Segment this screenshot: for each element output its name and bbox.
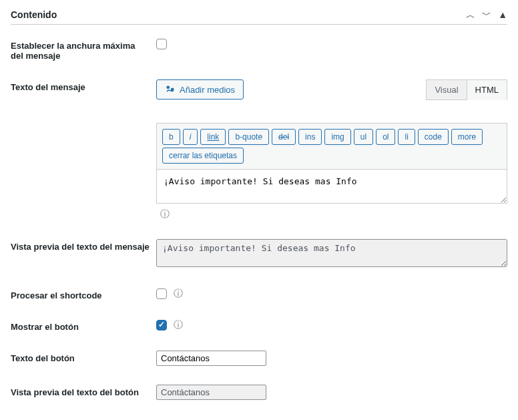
qt-more[interactable]: more: [451, 129, 483, 145]
qt-bold[interactable]: b: [162, 129, 180, 145]
field-message-preview: [156, 239, 507, 269]
chevron-up-icon[interactable]: ︿: [466, 10, 475, 19]
qt-li[interactable]: li: [398, 129, 415, 145]
button-preview-input: [156, 385, 266, 400]
qt-italic[interactable]: i: [183, 129, 198, 145]
label-max-width: Establecer la anchura máxima del mensaje: [11, 38, 156, 61]
panel-header: Contenido ︿ ﹀ ▲: [11, 5, 507, 25]
button-text-input[interactable]: [156, 351, 266, 366]
field-max-width: [156, 38, 507, 49]
qt-ins[interactable]: ins: [298, 129, 322, 145]
row-process-shortcode: Procesar el shortcode ⓘ: [11, 288, 507, 300]
field-button-text: [156, 351, 507, 366]
field-message-text: Añadir medios Visual HTML b i link b-quo…: [156, 79, 507, 220]
message-preview-textarea: [156, 239, 507, 267]
qt-close-tags[interactable]: cerrar las etiquetas: [162, 148, 244, 164]
message-textarea[interactable]: [156, 170, 507, 204]
help-icon[interactable]: ⓘ: [160, 208, 170, 220]
panel-title: Contenido: [11, 9, 57, 20]
help-icon[interactable]: ⓘ: [174, 319, 183, 331]
label-process-shortcode: Procesar el shortcode: [11, 288, 156, 300]
collapse-icon[interactable]: ▲: [498, 10, 507, 19]
media-icon: [165, 84, 176, 95]
checkbox-show-button[interactable]: [156, 320, 167, 331]
add-media-button[interactable]: Añadir medios: [156, 79, 244, 99]
row-message-preview: Vista previa del texto del mensaje: [11, 239, 507, 269]
label-show-button: Mostrar el botón: [11, 319, 156, 332]
qt-ol[interactable]: ol: [376, 129, 395, 145]
field-process-shortcode: ⓘ: [156, 288, 507, 300]
qt-link[interactable]: link: [200, 129, 226, 145]
row-button-text: Texto del botón: [11, 351, 507, 366]
svg-point-0: [166, 85, 170, 89]
row-show-button: Mostrar el botón ⓘ: [11, 319, 507, 332]
add-media-label: Añadir medios: [180, 85, 235, 95]
tab-html[interactable]: HTML: [467, 79, 507, 100]
qt-code[interactable]: code: [418, 129, 449, 145]
row-max-width: Establecer la anchura máxima del mensaje: [11, 38, 507, 61]
checkbox-process-shortcode[interactable]: [156, 288, 167, 299]
quicktags-toolbar: b i link b-quote del ins img ul ol li co…: [156, 123, 507, 170]
label-message-text: Texto del mensaje: [11, 79, 156, 92]
field-button-preview: [156, 385, 507, 400]
tab-visual[interactable]: Visual: [426, 79, 467, 100]
label-message-preview: Vista previa del texto del mensaje: [11, 239, 156, 252]
qt-ul[interactable]: ul: [354, 129, 373, 145]
row-message-text: Texto del mensaje Añadir medios Visual H…: [11, 79, 507, 220]
qt-img[interactable]: img: [324, 129, 350, 145]
qt-bquote[interactable]: b-quote: [228, 129, 269, 145]
editor-tabs: Visual HTML: [427, 79, 507, 100]
help-icon[interactable]: ⓘ: [174, 288, 183, 300]
field-show-button: ⓘ: [156, 319, 507, 331]
row-button-preview: Vista previa del texto del botón: [11, 385, 507, 400]
checkbox-max-width[interactable]: [156, 39, 167, 49]
qt-del[interactable]: del: [272, 129, 296, 145]
chevron-down-icon[interactable]: ﹀: [482, 10, 491, 19]
label-button-preview: Vista previa del texto del botón: [11, 385, 156, 397]
panel-controls: ︿ ﹀ ▲: [466, 10, 507, 19]
label-button-text: Texto del botón: [11, 351, 156, 363]
